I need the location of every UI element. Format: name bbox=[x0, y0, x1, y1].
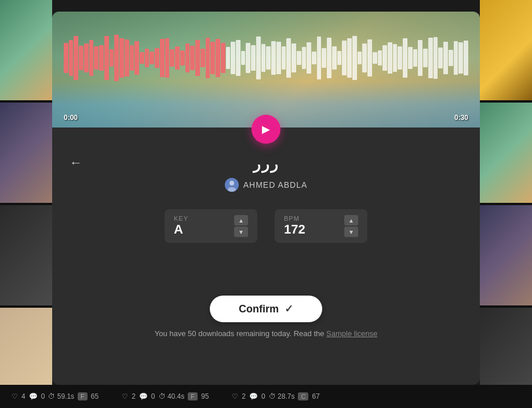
left-thumb-2[interactable] bbox=[0, 103, 52, 203]
confirm-button[interactable]: Confirm ✓ bbox=[210, 296, 322, 322]
bpm-up-button[interactable]: ▲ bbox=[344, 215, 358, 225]
comment-icon-3: 💬 bbox=[249, 392, 258, 400]
right-thumb-3[interactable] bbox=[480, 205, 532, 305]
bottom-item-2: ♡ 2 💬 0 ⏱ 40.4s F 95 bbox=[122, 392, 209, 400]
key-ctrl-label-val: Key A bbox=[174, 215, 227, 237]
likes-2: 2 bbox=[132, 392, 136, 400]
artist-row: AHMED ABDLA bbox=[225, 178, 308, 192]
right-sidebar bbox=[480, 0, 532, 408]
sample-link-text: Sample license bbox=[326, 329, 377, 338]
confirm-label: Confirm bbox=[239, 303, 279, 315]
type-badge-3: C bbox=[298, 392, 308, 400]
right-thumb-2[interactable] bbox=[480, 103, 532, 203]
confirm-area: Confirm ✓ You have 50 downloads remainin… bbox=[52, 254, 480, 385]
video-area: 0:00 0:30 bbox=[52, 12, 480, 128]
artist-name: AHMED ABDLA bbox=[243, 180, 308, 190]
left-thumb-1[interactable] bbox=[0, 0, 52, 100]
svg-point-1 bbox=[229, 181, 234, 185]
duration-1: ⏱ 59.1s bbox=[48, 392, 74, 400]
type-badge-1: F bbox=[78, 392, 88, 400]
heart-icon-2: ♡ bbox=[122, 392, 128, 400]
bpm-ctrl-label-val: BPM 172 bbox=[284, 215, 337, 237]
confirm-check-icon: ✓ bbox=[285, 303, 293, 315]
track-title: ررر bbox=[253, 155, 279, 173]
duration-2: ⏱ 40.4s bbox=[159, 392, 185, 400]
bottom-bar: ♡ 4 💬 0 ⏱ 59.1s F 65 ♡ 2 💬 0 ⏱ 40.4s F 9… bbox=[0, 385, 532, 408]
back-button[interactable]: ← bbox=[70, 155, 82, 170]
key-arrows: ▲ ▼ bbox=[234, 215, 248, 237]
track-info: ← ررر AHMED ABDLA bbox=[52, 144, 480, 198]
heart-icon-3: ♡ bbox=[232, 392, 238, 400]
bottom-item-1: ♡ 4 💬 0 ⏱ 59.1s F 65 bbox=[12, 392, 99, 400]
bpm-ctrl-value: 172 bbox=[284, 222, 337, 237]
comment-icon-2: 💬 bbox=[139, 392, 148, 400]
type-badge-2: F bbox=[188, 392, 198, 400]
key-up-button[interactable]: ▲ bbox=[234, 215, 248, 225]
bpm-3: 67 bbox=[312, 392, 319, 400]
key-down-button[interactable]: ▼ bbox=[234, 227, 248, 237]
sample-license-link[interactable]: Sample license bbox=[326, 329, 377, 338]
right-thumb-1[interactable] bbox=[480, 0, 532, 100]
duration-3: ⏱ 28.7s bbox=[269, 392, 295, 400]
left-sidebar bbox=[0, 0, 52, 408]
video-bg: 0:00 0:30 bbox=[52, 12, 480, 128]
bpm-2: 95 bbox=[201, 392, 209, 400]
comments-2: 0 bbox=[151, 392, 155, 400]
svg-point-2 bbox=[228, 187, 236, 192]
confirm-note: You have 50 downloads remaining today. R… bbox=[155, 329, 378, 338]
bpm-control: BPM 172 ▲ ▼ bbox=[275, 209, 367, 243]
bpm-arrows: ▲ ▼ bbox=[344, 215, 358, 237]
heart-icon-1: ♡ bbox=[12, 392, 18, 400]
bottom-item-3: ♡ 2 💬 0 ⏱ 28.7s C 67 bbox=[232, 392, 319, 400]
downloads-text: You have 50 downloads remaining today. R… bbox=[155, 329, 325, 338]
likes-3: 2 bbox=[242, 392, 246, 400]
waveform[interactable] bbox=[64, 29, 468, 87]
bpm-1: 65 bbox=[91, 392, 99, 400]
key-ctrl-label: Key bbox=[174, 215, 227, 222]
left-thumb-3[interactable] bbox=[0, 205, 52, 305]
comment-icon-1: 💬 bbox=[29, 392, 38, 400]
back-icon: ← bbox=[70, 155, 82, 170]
bpm-down-button[interactable]: ▼ bbox=[344, 227, 358, 237]
controls-area: Key A ▲ ▼ BPM 172 ▲ ▼ bbox=[52, 198, 480, 254]
play-btn-container: ▶ bbox=[52, 115, 480, 144]
play-icon: ▶ bbox=[262, 123, 270, 136]
likes-1: 4 bbox=[21, 392, 25, 400]
play-button[interactable]: ▶ bbox=[252, 115, 280, 144]
artist-avatar bbox=[225, 178, 239, 192]
key-ctrl-value: A bbox=[174, 222, 227, 237]
comments-1: 0 bbox=[41, 392, 45, 400]
key-control: Key A ▲ ▼ bbox=[165, 209, 257, 243]
main-modal: 0:00 0:30 ▶ ← ررر AHMED ABDLA bbox=[52, 12, 480, 385]
comments-3: 0 bbox=[261, 392, 265, 400]
bpm-ctrl-label: BPM bbox=[284, 215, 337, 222]
